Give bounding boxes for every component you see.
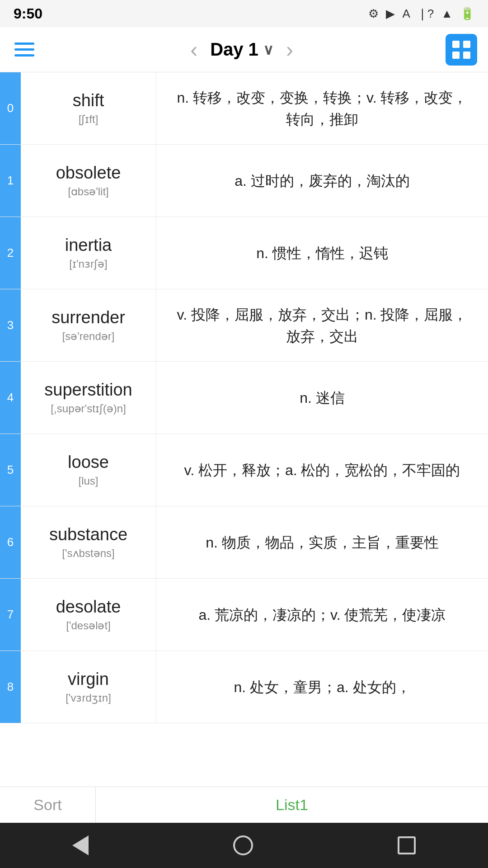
word-index: 5	[0, 434, 21, 506]
day-title-label: Day 1	[210, 39, 258, 60]
table-row[interactable]: 7 desolate ['desələt] a. 荒凉的，凄凉的；v. 使荒芜，…	[0, 579, 488, 651]
svg-rect-3	[463, 52, 470, 59]
prev-day-button[interactable]: ‹	[185, 37, 203, 62]
word-english: obsolete	[56, 163, 121, 183]
bottom-tab-bar: Sort List1	[0, 787, 488, 823]
play-icon: ▶	[386, 7, 395, 21]
word-english: loose	[68, 453, 109, 472]
word-cell: virgin ['vɜrdʒɪn]	[21, 651, 156, 723]
word-english: desolate	[56, 597, 121, 617]
recents-icon	[398, 836, 416, 854]
word-english: substance	[49, 525, 127, 544]
word-definition: a. 荒凉的，凄凉的；v. 使荒芜，使凄凉	[156, 579, 488, 651]
word-phonetic: [ɑbsə'lit]	[68, 185, 109, 198]
word-index: 6	[0, 506, 21, 578]
word-cell: shift [ʃɪft]	[21, 72, 156, 144]
table-row[interactable]: 4 superstition [ˌsupər'stɪʃ(ə)n] n. 迷信	[0, 362, 488, 434]
word-cell: superstition [ˌsupər'stɪʃ(ə)n]	[21, 362, 156, 434]
sort-tab[interactable]: Sort	[0, 787, 96, 823]
status-time: 9:50	[14, 5, 42, 22]
word-cell: loose [lus]	[21, 434, 156, 506]
word-definition: v. 投降，屈服，放弃，交出；n. 投降，屈服，放弃，交出	[156, 289, 488, 361]
word-phonetic: [sə'rendər]	[62, 330, 115, 343]
word-definition: a. 过时的，废弃的，淘汰的	[156, 145, 488, 217]
status-bar: 9:50 ⚙ ▶ A ❘? ▲ 🔋	[0, 0, 488, 27]
nav-center: ‹ Day 1 ∨ ›	[185, 37, 299, 62]
word-definition: n. 物质，物品，实质，主旨，重要性	[156, 506, 488, 578]
word-index: 2	[0, 217, 21, 289]
home-button[interactable]	[233, 835, 253, 855]
word-index: 3	[0, 289, 21, 361]
word-cell: surrender [sə'rendər]	[21, 289, 156, 361]
word-phonetic: [lus]	[78, 475, 98, 487]
day-title[interactable]: Day 1 ∨	[210, 39, 273, 60]
back-icon	[72, 835, 89, 855]
list1-tab[interactable]: List1	[96, 787, 488, 823]
word-english: surrender	[52, 308, 125, 327]
font-icon: A	[402, 7, 410, 21]
word-index: 8	[0, 651, 21, 723]
word-cell: desolate ['desələt]	[21, 579, 156, 651]
table-row[interactable]: 1 obsolete [ɑbsə'lit] a. 过时的，废弃的，淘汰的	[0, 145, 488, 217]
word-definition: n. 惯性，惰性，迟钝	[156, 217, 488, 289]
android-nav-bar	[0, 823, 488, 868]
recents-button[interactable]	[398, 836, 416, 854]
word-index: 7	[0, 579, 21, 651]
word-english: virgin	[68, 670, 109, 689]
svg-rect-2	[452, 52, 460, 59]
word-phonetic: ['vɜrdʒɪn]	[66, 692, 111, 704]
svg-rect-1	[463, 41, 470, 48]
next-day-button[interactable]: ›	[281, 37, 299, 62]
word-phonetic: ['desələt]	[66, 619, 111, 632]
word-cell: inertia [ɪ'nɜrʃə]	[21, 217, 156, 289]
table-row[interactable]: 3 surrender [sə'rendər] v. 投降，屈服，放弃，交出；n…	[0, 289, 488, 362]
word-phonetic: ['sʌbstəns]	[62, 547, 114, 560]
table-row[interactable]: 2 inertia [ɪ'nɜrʃə] n. 惯性，惰性，迟钝	[0, 217, 488, 289]
word-english: superstition	[44, 380, 132, 400]
word-english: inertia	[65, 236, 112, 255]
home-icon	[233, 835, 253, 855]
table-row[interactable]: 8 virgin ['vɜrdʒɪn] n. 处女，童男；a. 处女的，	[0, 651, 488, 723]
word-cell: substance ['sʌbstəns]	[21, 506, 156, 578]
grid-view-button[interactable]	[446, 34, 477, 66]
word-english: shift	[73, 91, 104, 110]
vocab-list-container: 0 shift [ʃɪft] n. 转移，改变，变换，转换；v. 转移，改变，转…	[0, 72, 488, 787]
word-definition: n. 转移，改变，变换，转换；v. 转移，改变，转向，推卸	[156, 72, 488, 144]
word-index: 4	[0, 362, 21, 434]
chevron-down-icon: ∨	[263, 41, 273, 58]
vocab-list: 0 shift [ʃɪft] n. 转移，改变，变换，转换；v. 转移，改变，转…	[0, 72, 488, 723]
word-phonetic: [ˌsupər'stɪʃ(ə)n]	[51, 402, 126, 415]
status-icons: ⚙ ▶ A ❘? ▲ 🔋	[368, 7, 474, 21]
wifi-icon: ❘?	[418, 7, 434, 21]
word-cell: obsolete [ɑbsə'lit]	[21, 145, 156, 217]
word-phonetic: [ʃɪft]	[79, 113, 99, 126]
table-row[interactable]: 0 shift [ʃɪft] n. 转移，改变，变换，转换；v. 转移，改变，转…	[0, 72, 488, 145]
svg-rect-0	[452, 41, 460, 48]
settings-icon: ⚙	[368, 7, 379, 21]
battery-icon: 🔋	[460, 7, 474, 21]
signal-icon: ▲	[441, 7, 453, 21]
word-definition: v. 松开，释放；a. 松的，宽松的，不牢固的	[156, 434, 488, 506]
word-definition: n. 迷信	[156, 362, 488, 434]
table-row[interactable]: 5 loose [lus] v. 松开，释放；a. 松的，宽松的，不牢固的	[0, 434, 488, 506]
word-index: 0	[0, 72, 21, 144]
hamburger-menu-button[interactable]	[11, 39, 38, 60]
table-row[interactable]: 6 substance ['sʌbstəns] n. 物质，物品，实质，主旨，重…	[0, 506, 488, 579]
word-definition: n. 处女，童男；a. 处女的，	[156, 651, 488, 723]
word-index: 1	[0, 145, 21, 217]
back-button[interactable]	[72, 835, 89, 855]
word-phonetic: [ɪ'nɜrʃə]	[69, 258, 107, 270]
top-nav: ‹ Day 1 ∨ ›	[0, 27, 488, 72]
